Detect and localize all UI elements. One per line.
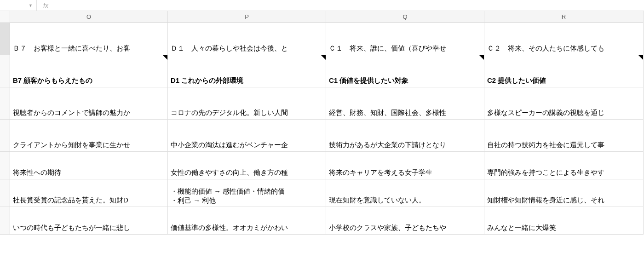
chevron-down-icon: ▼ bbox=[29, 3, 33, 8]
note-indicator-icon[interactable] bbox=[321, 55, 326, 60]
cell[interactable]: 自社の持つ技術力を社会に還元して事 bbox=[484, 120, 644, 152]
cell[interactable]: 多様なスピーカーの講義の視聴を通じ bbox=[484, 87, 644, 120]
formula-input[interactable] bbox=[55, 0, 644, 11]
cell[interactable]: C1 価値を提供したい対象 bbox=[326, 55, 484, 87]
cell-text: みんなと一緒に大爆笑 bbox=[487, 224, 556, 232]
cell[interactable]: ・機能的価値 → 感性価値・情緒的価・利己 → 利他 bbox=[168, 179, 326, 207]
cell[interactable]: B7 顧客からもらえたもの bbox=[10, 55, 168, 87]
cell[interactable]: 将来性への期待 bbox=[10, 152, 168, 179]
row-header[interactable] bbox=[0, 207, 10, 235]
fx-label: fx bbox=[37, 0, 55, 11]
cell-text: 専門的強みを持つことによる生きやす bbox=[487, 168, 604, 177]
cell-text: コロナの先のデジタル化。新しい人間 bbox=[171, 109, 288, 117]
cell[interactable]: 女性の働きやすさの向上、働き方の種 bbox=[168, 152, 326, 179]
cell-text: クライアントから知財を事業に生かせ bbox=[13, 141, 130, 150]
cell-text: D1 これからの外部環境 bbox=[171, 76, 243, 85]
cell-text: Ｃ１ 将来、誰に、価値（喜びや幸せ bbox=[329, 44, 446, 53]
cell-text: 知財権や知財情報を身近に感じ、それ bbox=[487, 196, 604, 205]
cell[interactable]: 現在知財を意識していない人。 bbox=[326, 179, 484, 207]
cell[interactable]: C2 提供したい価値 bbox=[484, 55, 644, 87]
note-indicator-icon[interactable] bbox=[479, 55, 484, 60]
select-all-corner[interactable] bbox=[0, 11, 10, 23]
cell[interactable]: みんなと一緒に大爆笑 bbox=[484, 207, 644, 235]
row-header[interactable] bbox=[0, 179, 10, 207]
cell-text: 現在知財を意識していない人。 bbox=[329, 196, 426, 205]
cell[interactable]: クライアントから知財を事業に生かせ bbox=[10, 120, 168, 152]
cell-text: 経営、財務、知財、国際社会、多様性 bbox=[329, 109, 446, 117]
cell-text: 社長賞受賞の記念品を貰えた。知財D bbox=[13, 196, 128, 205]
cell[interactable]: いつの時代も子どもたちが一緒に悲し bbox=[10, 207, 168, 235]
cell-text: 中小企業の淘汰は進むがベンチャー企 bbox=[171, 141, 288, 150]
cell[interactable]: 視聴者からのコメントで講師の魅力か bbox=[10, 87, 168, 120]
cell[interactable]: 価値基準の多様性。オオカミがかわい bbox=[168, 207, 326, 235]
cell-text: ・機能的価値 → 感性価値・情緒的価・利己 → 利他 bbox=[171, 187, 285, 205]
cell[interactable]: 知財権や知財情報を身近に感じ、それ bbox=[484, 179, 644, 207]
cell[interactable]: 社長賞受賞の記念品を貰えた。知財D bbox=[10, 179, 168, 207]
note-indicator-icon[interactable] bbox=[638, 55, 643, 60]
cell[interactable]: 専門的強みを持つことによる生きやす bbox=[484, 152, 644, 179]
cell[interactable]: 経営、財務、知財、国際社会、多様性 bbox=[326, 87, 484, 120]
cell-text: 将来性への期待 bbox=[13, 168, 61, 177]
cell-text: C1 価値を提供したい対象 bbox=[329, 76, 408, 85]
cell[interactable]: 小学校のクラスや家族、子どもたちや bbox=[326, 207, 484, 235]
row-header[interactable] bbox=[0, 87, 10, 120]
cell-text: 自社の持つ技術力を社会に還元して事 bbox=[487, 141, 604, 150]
cell-text: 小学校のクラスや家族、子どもたちや bbox=[329, 224, 446, 232]
row-header[interactable] bbox=[0, 120, 10, 152]
cell-text: Ｄ１ 人々の暮らしや社会は今後、と bbox=[171, 44, 288, 53]
spreadsheet-grid[interactable]: O P Q R Ｂ７ お客様と一緒に喜べたり、お客Ｄ１ 人々の暮らしや社会は今後… bbox=[0, 11, 644, 235]
cell-text: C2 提供したい価値 bbox=[487, 76, 546, 85]
column-header[interactable]: P bbox=[168, 11, 326, 23]
cell[interactable]: コロナの先のデジタル化。新しい人間 bbox=[168, 87, 326, 120]
cell-text: 将来のキャリアを考える女子学生 bbox=[329, 168, 432, 177]
cell[interactable]: Ｂ７ お客様と一緒に喜べたり、お客 bbox=[10, 23, 168, 55]
row-header[interactable] bbox=[0, 55, 10, 87]
cell[interactable]: Ｃ１ 将来、誰に、価値（喜びや幸せ bbox=[326, 23, 484, 55]
cell[interactable]: Ｃ２ 将来、その人たちに体感しても bbox=[484, 23, 644, 55]
name-box[interactable]: ▼ bbox=[0, 0, 37, 11]
cell[interactable]: D1 これからの外部環境 bbox=[168, 55, 326, 87]
column-header[interactable]: O bbox=[10, 11, 168, 23]
note-indicator-icon[interactable] bbox=[163, 55, 167, 60]
row-header[interactable] bbox=[0, 152, 10, 179]
column-header[interactable]: R bbox=[484, 11, 644, 23]
cell-text: 視聴者からのコメントで講師の魅力か bbox=[13, 109, 130, 117]
cell-text: Ｃ２ 将来、その人たちに体感しても bbox=[487, 44, 604, 53]
column-header[interactable]: Q bbox=[326, 11, 484, 23]
cell-text: いつの時代も子どもたちが一緒に悲し bbox=[13, 224, 130, 232]
row-header[interactable] bbox=[0, 23, 10, 55]
cell-text: 多様なスピーカーの講義の視聴を通じ bbox=[487, 109, 604, 117]
cell-text: 技術力があるが大企業の下請けとなり bbox=[329, 141, 446, 150]
formula-bar: ▼ fx bbox=[0, 0, 644, 11]
cell-text: B7 顧客からもらえたもの bbox=[13, 76, 92, 85]
cell[interactable]: 技術力があるが大企業の下請けとなり bbox=[326, 120, 484, 152]
cell-text: 女性の働きやすさの向上、働き方の種 bbox=[171, 168, 288, 177]
cell-text: Ｂ７ お客様と一緒に喜べたり、お客 bbox=[13, 44, 130, 53]
cell[interactable]: Ｄ１ 人々の暮らしや社会は今後、と bbox=[168, 23, 326, 55]
cell-text: 価値基準の多様性。オオカミがかわい bbox=[171, 224, 288, 232]
cell[interactable]: 中小企業の淘汰は進むがベンチャー企 bbox=[168, 120, 326, 152]
cell[interactable]: 将来のキャリアを考える女子学生 bbox=[326, 152, 484, 179]
